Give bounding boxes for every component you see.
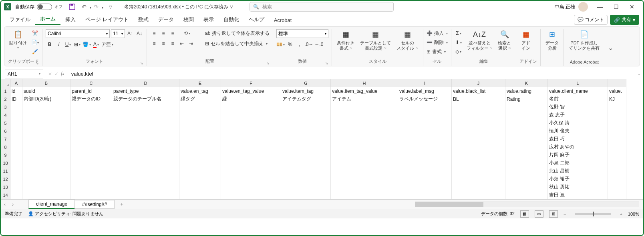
cell[interactable]	[505, 127, 548, 135]
italic-button[interactable]: I	[55, 40, 63, 48]
cell[interactable]	[331, 119, 398, 127]
font-color-button[interactable]: A	[92, 40, 100, 48]
tab-review[interactable]: 校閲	[179, 14, 199, 25]
sheet-nav-prev[interactable]: ‹	[1, 202, 9, 207]
cell[interactable]	[70, 127, 112, 135]
tab-help[interactable]: ヘルプ	[244, 14, 269, 25]
cell[interactable]	[179, 111, 221, 119]
cell[interactable]	[281, 167, 331, 175]
column-header[interactable]: C	[70, 79, 112, 87]
cell[interactable]	[398, 111, 452, 119]
cell[interactable]	[398, 159, 452, 167]
cell[interactable]	[281, 111, 331, 119]
cell[interactable]	[70, 167, 112, 175]
cell[interactable]	[112, 103, 179, 111]
cell[interactable]	[452, 111, 505, 119]
row-header[interactable]: 8	[1, 143, 10, 151]
cell[interactable]	[112, 151, 179, 159]
row-header[interactable]: 4	[1, 111, 10, 119]
horizontal-scrollbar[interactable]	[129, 202, 643, 207]
paste-button[interactable]: 📋 貼り付け ▾	[8, 29, 28, 50]
cell[interactable]	[331, 103, 398, 111]
row-header[interactable]: 10	[1, 159, 10, 167]
cell[interactable]	[281, 119, 331, 127]
cell[interactable]	[221, 127, 281, 135]
clear-button[interactable]: ◇	[455, 48, 463, 56]
cell[interactable]	[398, 119, 452, 127]
cell[interactable]	[221, 119, 281, 127]
cell[interactable]: 名前	[548, 95, 608, 103]
cell[interactable]	[398, 143, 452, 151]
cell[interactable]	[398, 175, 452, 183]
cell[interactable]	[608, 135, 626, 143]
row-header[interactable]: 11	[1, 167, 10, 175]
name-box[interactable]: AH1▾	[5, 70, 43, 78]
cell[interactable]	[10, 119, 22, 127]
row-header[interactable]: 5	[1, 119, 10, 127]
normal-view-button[interactable]: ▦	[520, 210, 529, 218]
cell[interactable]: value.client_name	[548, 87, 608, 95]
cell[interactable]: 森田 巧	[548, 135, 608, 143]
cell[interactable]	[22, 135, 70, 143]
cell[interactable]	[452, 119, 505, 127]
comma-format-button[interactable]: ,	[295, 40, 303, 48]
launcher-icon[interactable]: ↘	[140, 61, 143, 65]
tab-view[interactable]: 表示	[199, 14, 219, 25]
cell[interactable]	[70, 175, 112, 183]
cell[interactable]	[452, 127, 505, 135]
cell[interactable]	[452, 183, 505, 191]
cell[interactable]	[112, 143, 179, 151]
cell[interactable]	[70, 119, 112, 127]
cell[interactable]	[179, 103, 221, 111]
cell[interactable]: 北山 昌樹	[548, 167, 608, 175]
row-header[interactable]: 9	[1, 151, 10, 159]
cell[interactable]	[608, 111, 626, 119]
toggle-switch-icon[interactable]	[37, 4, 52, 10]
cell[interactable]	[179, 167, 221, 175]
font-size-select[interactable]: 11▾	[111, 29, 125, 38]
cell[interactable]	[452, 151, 505, 159]
worksheet-grid[interactable]: 1234567891011121314 ABCDEFGHIJKL idsuuid…	[1, 79, 643, 199]
cell[interactable]	[281, 135, 331, 143]
cell[interactable]	[22, 143, 70, 151]
cell[interactable]	[331, 183, 398, 191]
increase-decimal-button[interactable]: .0→	[304, 40, 313, 48]
cell[interactable]	[505, 111, 548, 119]
undo-dropdown[interactable]	[88, 4, 92, 10]
cell[interactable]	[331, 167, 398, 175]
cell[interactable]	[112, 175, 179, 183]
comments-button[interactable]: 💬 コメント	[574, 15, 608, 25]
row-header[interactable]: 1	[1, 87, 10, 95]
cell[interactable]	[221, 151, 281, 159]
cell[interactable]	[221, 143, 281, 151]
cell[interactable]: 片岡 麻子	[548, 151, 608, 159]
cell[interactable]	[608, 151, 626, 159]
row-header[interactable]: 6	[1, 127, 10, 135]
cut-button[interactable]: ✂️	[31, 29, 39, 37]
save-icon[interactable]	[69, 4, 75, 10]
cell[interactable]	[112, 135, 179, 143]
cell[interactable]	[10, 135, 22, 143]
decrease-decimal-button[interactable]: ←.0	[314, 40, 323, 48]
cell[interactable]	[112, 127, 179, 135]
cell[interactable]	[10, 183, 22, 191]
cell[interactable]: 佐野 智	[548, 103, 608, 111]
cell[interactable]: ラベルメッセージ	[398, 95, 452, 103]
cell[interactable]	[10, 167, 22, 175]
tab-insert[interactable]: 挿入	[60, 14, 80, 25]
cell[interactable]	[10, 191, 22, 199]
column-header[interactable]: I	[398, 79, 452, 87]
cell[interactable]	[22, 111, 70, 119]
cell[interactable]	[505, 119, 548, 127]
cell[interactable]	[281, 103, 331, 111]
cell[interactable]	[22, 167, 70, 175]
cell[interactable]	[22, 191, 70, 199]
formula-input[interactable]: value.ktel	[67, 70, 635, 78]
cell[interactable]	[70, 111, 112, 119]
cell[interactable]: 小畑 裕子	[548, 175, 608, 183]
delete-cells-button[interactable]: ➖ 削除	[427, 38, 448, 46]
cell[interactable]: アイテムタグ	[281, 95, 331, 103]
cell[interactable]: value.label_msg	[398, 87, 452, 95]
increase-font-button[interactable]: A↑	[126, 30, 134, 38]
cell[interactable]	[331, 135, 398, 143]
